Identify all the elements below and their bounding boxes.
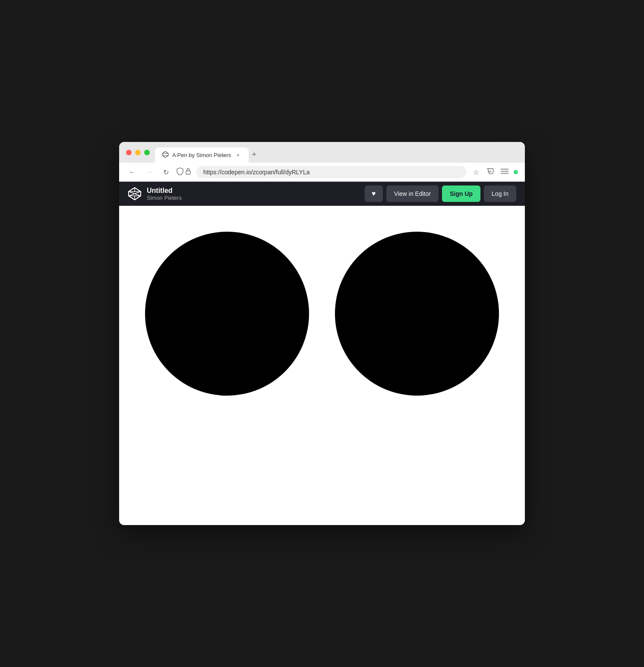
maximize-button[interactable] [144, 150, 150, 155]
tab-bar: A Pen by Simon Pieters × + [155, 147, 518, 163]
view-editor-button[interactable]: View in Editor [386, 186, 439, 202]
browser-window: A Pen by Simon Pieters × + ← → ↻ [119, 142, 525, 525]
pen-info: Untitled Simon Pieters [147, 186, 360, 201]
login-button[interactable]: Log In [484, 186, 516, 202]
tab-close-button[interactable]: × [235, 152, 242, 159]
minimize-button[interactable] [135, 150, 141, 155]
nav-actions: ☆ [471, 166, 518, 178]
pen-author: Simon Pieters [147, 195, 360, 201]
pen-title: Untitled [147, 186, 360, 195]
svg-line-16 [135, 188, 141, 192]
svg-line-18 [135, 196, 141, 200]
svg-line-15 [129, 188, 135, 192]
codepen-header: Untitled Simon Pieters ♥ View in Editor … [119, 182, 525, 206]
codepen-logo-icon [128, 187, 142, 201]
svg-line-4 [162, 151, 165, 154]
circle-left [145, 232, 309, 396]
tab-label: A Pen by Simon Pieters [172, 152, 231, 158]
like-button[interactable]: ♥ [365, 186, 383, 202]
svg-rect-8 [186, 171, 190, 174]
svg-line-7 [165, 156, 168, 158]
svg-line-5 [165, 151, 168, 154]
circle-right [335, 232, 499, 396]
close-button[interactable] [126, 150, 132, 155]
back-button[interactable]: ← [126, 167, 138, 178]
back-arrow-icon: ← [129, 168, 136, 176]
codepen-logo [128, 187, 142, 201]
title-bar: A Pen by Simon Pieters × + [119, 142, 525, 163]
pen-content [119, 206, 525, 525]
shield-icon [177, 167, 183, 177]
svg-line-17 [129, 196, 135, 200]
svg-marker-0 [162, 151, 168, 157]
menu-icon [501, 168, 508, 176]
refresh-icon: ↻ [163, 168, 169, 176]
active-tab[interactable]: A Pen by Simon Pieters × [155, 148, 249, 163]
nav-bar: ← → ↻ ☆ [119, 163, 525, 182]
url-input[interactable] [196, 166, 466, 178]
security-icons [177, 167, 191, 177]
traffic-lights [126, 150, 150, 160]
lock-icon [185, 168, 191, 176]
notification-dot [514, 170, 518, 174]
heart-icon: ♥ [372, 190, 376, 198]
codepen-tab-icon [162, 151, 169, 159]
new-tab-button[interactable]: + [249, 147, 260, 163]
signup-button[interactable]: Sign Up [442, 186, 480, 202]
header-actions: ♥ View in Editor Sign Up Log In [365, 186, 516, 202]
bookmark-button[interactable]: ☆ [471, 167, 481, 178]
pocket-icon [486, 168, 494, 176]
menu-button[interactable] [499, 167, 510, 178]
forward-button[interactable]: → [143, 167, 155, 178]
pocket-button[interactable] [484, 166, 496, 178]
svg-line-6 [162, 156, 165, 158]
forward-arrow-icon: → [146, 168, 153, 176]
refresh-button[interactable]: ↻ [161, 167, 171, 178]
star-icon: ☆ [473, 168, 479, 176]
